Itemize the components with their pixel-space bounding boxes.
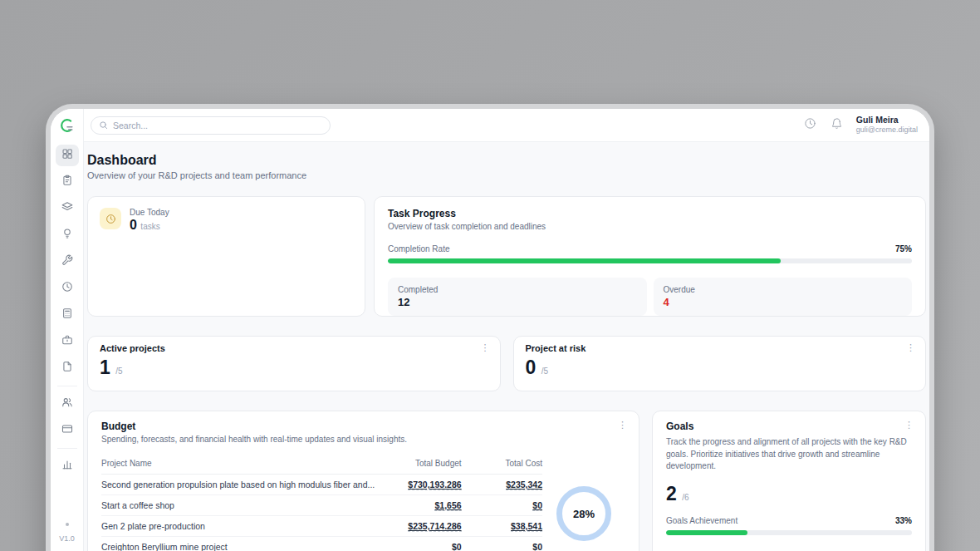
bar-chart-icon bbox=[61, 459, 73, 474]
total-budget-value[interactable]: $0 bbox=[452, 542, 462, 551]
sidebar-item-tools[interactable] bbox=[56, 251, 79, 273]
notification-bell-button[interactable] bbox=[830, 118, 845, 133]
budget-title: Budget bbox=[101, 421, 625, 432]
user-name: Guli Meira bbox=[856, 115, 918, 125]
budget-ring-wrap: 28% bbox=[542, 455, 625, 551]
sidebar-item-tasks[interactable] bbox=[56, 171, 79, 193]
history-clock-icon bbox=[804, 117, 816, 133]
kebab-menu-icon[interactable]: ⋮ bbox=[481, 343, 490, 352]
search-input[interactable] bbox=[113, 121, 322, 130]
goals-progress-fill bbox=[666, 530, 747, 535]
due-today-card: Due Today 0 tasks bbox=[87, 196, 365, 317]
dashboard-content: Dashboard Overview of your R&D projects … bbox=[84, 142, 929, 551]
sidebar-item-calculator[interactable] bbox=[56, 304, 79, 326]
bell-icon bbox=[831, 117, 843, 133]
status-dot bbox=[66, 523, 69, 526]
calculator-icon bbox=[61, 307, 73, 322]
completed-stat: Completed 12 bbox=[388, 278, 647, 316]
overdue-value: 4 bbox=[664, 296, 903, 308]
kebab-menu-icon[interactable]: ⋮ bbox=[618, 421, 627, 430]
history-clock-button[interactable] bbox=[803, 118, 818, 133]
dashboard-grid-icon bbox=[61, 148, 73, 163]
user-menu[interactable]: Guli Meira guli@creme.digital bbox=[856, 115, 918, 135]
total-budget-value[interactable]: $730,193.286 bbox=[408, 480, 461, 490]
page-title: Dashboard bbox=[87, 153, 926, 168]
sidebar-divider bbox=[57, 448, 77, 449]
active-projects-card: Active projects ⋮ 1 /5 bbox=[87, 336, 501, 391]
sidebar: V1.0 bbox=[51, 109, 84, 551]
lightbulb-icon bbox=[61, 228, 73, 243]
page-subtitle: Overview of your R&D projects and team p… bbox=[87, 170, 926, 180]
project-name-cell: Creighton Beryllium mine project bbox=[101, 537, 375, 551]
sidebar-item-team[interactable] bbox=[56, 393, 79, 415]
overdue-label: Overdue bbox=[664, 285, 903, 294]
col-total-cost: Total Cost bbox=[462, 455, 542, 475]
project-name-cell: Gen 2 plate pre-production bbox=[101, 516, 375, 537]
goals-total: /6 bbox=[682, 493, 688, 502]
goals-value: 2 bbox=[666, 483, 677, 504]
completed-value: 12 bbox=[398, 296, 637, 308]
kebab-menu-icon[interactable]: ⋮ bbox=[904, 421, 914, 430]
active-projects-title: Active projects bbox=[100, 343, 488, 353]
credit-card-icon bbox=[61, 423, 73, 438]
sidebar-divider bbox=[57, 386, 77, 386]
completion-progress-fill bbox=[388, 258, 781, 263]
due-today-unit: tasks bbox=[140, 222, 159, 231]
main-area: Guli Meira guli@creme.digital Dashboard … bbox=[84, 109, 929, 551]
due-today-value: 0 bbox=[130, 218, 137, 232]
completion-rate-label: Completion Rate bbox=[388, 244, 449, 253]
col-project-name: Project Name bbox=[101, 455, 375, 475]
total-cost-value[interactable]: $235,342 bbox=[506, 480, 542, 490]
budget-table-row: Gen 2 plate pre-production$235,714.286$3… bbox=[101, 516, 542, 537]
sidebar-item-billing[interactable] bbox=[56, 420, 79, 441]
sidebar-item-time[interactable] bbox=[56, 278, 79, 299]
due-clock-icon bbox=[100, 208, 121, 229]
budget-table-body: Second generation propulsion plate based… bbox=[101, 475, 542, 551]
search-icon bbox=[99, 118, 108, 133]
overdue-stat: Overdue 4 bbox=[654, 278, 913, 316]
topbar: Guli Meira guli@creme.digital bbox=[84, 109, 929, 142]
sidebar-item-analytics[interactable] bbox=[56, 455, 79, 477]
goals-progress-bar bbox=[666, 530, 912, 535]
project-name-cell: Second generation propulsion plate based… bbox=[101, 475, 375, 495]
total-cost-value[interactable]: $0 bbox=[532, 500, 542, 511]
goals-description: Track the progress and alignment of all … bbox=[666, 436, 912, 473]
budget-table-row: Second generation propulsion plate based… bbox=[101, 475, 542, 495]
budget-card: Budget ⋮ Spending, forecasts, and financ… bbox=[87, 411, 639, 551]
completion-progress-bar bbox=[388, 258, 912, 263]
goals-achievement-value: 33% bbox=[895, 516, 912, 525]
project-at-risk-title: Project at risk bbox=[526, 343, 914, 353]
goals-title: Goals bbox=[666, 421, 912, 432]
total-cost-value[interactable]: $38,541 bbox=[511, 521, 542, 532]
search-bar[interactable] bbox=[91, 116, 331, 135]
budget-subtitle: Spending, forecasts, and financial healt… bbox=[101, 435, 625, 444]
task-progress-card: Task Progress Overview of task completio… bbox=[374, 196, 926, 317]
sidebar-item-ideas[interactable] bbox=[56, 224, 79, 246]
sidebar-item-portfolio[interactable] bbox=[56, 331, 79, 352]
task-progress-title: Task Progress bbox=[388, 208, 912, 219]
sidebar-item-dashboard[interactable] bbox=[56, 145, 79, 166]
project-at-risk-card: Project at risk ⋮ 0 /5 bbox=[513, 336, 927, 391]
clock-icon bbox=[61, 281, 73, 296]
app-version: V1.0 bbox=[51, 534, 83, 543]
total-budget-value[interactable]: $1,656 bbox=[434, 500, 461, 511]
sidebar-item-documents[interactable] bbox=[56, 357, 79, 379]
col-total-budget: Total Budget bbox=[375, 455, 461, 475]
goals-card: Goals ⋮ Track the progress and alignment… bbox=[652, 411, 926, 551]
due-today-label: Due Today bbox=[130, 208, 169, 217]
kebab-menu-icon[interactable]: ⋮ bbox=[906, 343, 915, 352]
wrench-icon bbox=[61, 254, 73, 269]
active-projects-total: /5 bbox=[115, 367, 122, 376]
active-projects-value: 1 bbox=[100, 357, 110, 378]
user-email: guli@creme.digital bbox=[856, 125, 918, 135]
completion-rate-value: 75% bbox=[895, 244, 912, 253]
budget-table-row: Start a coffee shop$1,656$0 bbox=[101, 495, 542, 516]
project-at-risk-total: /5 bbox=[541, 367, 548, 376]
briefcase-icon bbox=[61, 334, 73, 349]
total-budget-value[interactable]: $235,714.286 bbox=[408, 521, 461, 532]
sidebar-item-projects[interactable] bbox=[56, 198, 79, 219]
total-cost-value[interactable]: $0 bbox=[532, 542, 542, 551]
budget-table: Project Name Total Budget Total Cost Sec… bbox=[101, 455, 542, 551]
completed-label: Completed bbox=[398, 285, 637, 294]
project-at-risk-value: 0 bbox=[526, 357, 537, 378]
